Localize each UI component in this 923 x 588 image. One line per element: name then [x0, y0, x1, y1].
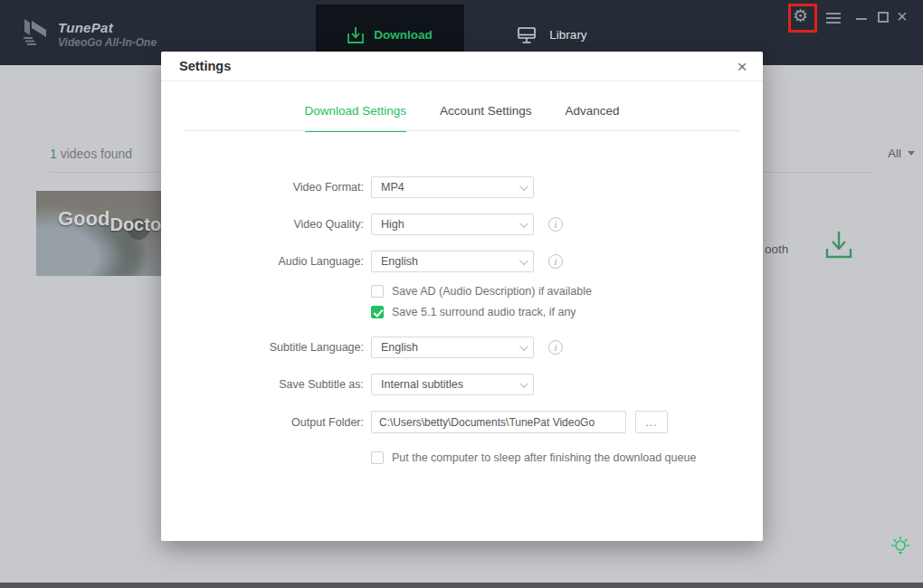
video-quality-row: Video Quality: High i: [201, 213, 563, 235]
dialog-title: Settings: [179, 59, 231, 73]
subtitle-language-row: Subtitle Language: English i: [201, 337, 563, 358]
tabs-divider: [184, 130, 740, 131]
tunepat-logo-icon: [18, 12, 52, 46]
minimize-icon[interactable]: [856, 18, 867, 20]
save-subtitle-select[interactable]: Internal subtitles: [371, 374, 534, 395]
video-quality-label: Video Quality:: [201, 218, 364, 231]
download-icon: [347, 26, 364, 44]
settings-tabs: Download Settings Account Settings Advan…: [161, 104, 763, 132]
chevron-down-icon: [519, 219, 528, 228]
brand-title: TunePat: [58, 20, 113, 35]
tab-advanced[interactable]: Advanced: [565, 104, 619, 132]
video-format-label: Video Format:: [201, 181, 364, 194]
save-subtitle-row: Save Subtitle as: Internal subtitles: [201, 374, 534, 395]
chevron-down-icon: [519, 342, 528, 351]
chevron-down-icon: [519, 379, 528, 388]
info-icon[interactable]: i: [548, 340, 563, 355]
audio-language-label: Audio Language:: [201, 255, 364, 268]
save-surround-label: Save 5.1 surround audio track, if any: [392, 306, 576, 318]
info-icon[interactable]: i: [548, 217, 563, 232]
dialog-close-icon[interactable]: ×: [731, 56, 753, 78]
dialog-header: Settings ×: [161, 52, 763, 81]
save-surround-row: Save 5.1 surround audio track, if any: [371, 306, 576, 318]
video-quality-select[interactable]: High: [371, 213, 534, 235]
video-format-select[interactable]: MP4: [371, 176, 534, 198]
save-ad-row: Save AD (Audio Description) if available: [371, 285, 592, 298]
save-ad-checkbox[interactable]: [371, 285, 384, 298]
browse-folder-button[interactable]: ...: [635, 411, 668, 433]
audio-language-row: Audio Language: English i: [201, 251, 563, 272]
window-bottom-edge: [0, 583, 923, 588]
tab-download-settings[interactable]: Download Settings: [305, 104, 407, 132]
output-folder-row: Output Folder: ...: [201, 411, 668, 433]
output-folder-input[interactable]: [371, 411, 626, 433]
library-monitor-icon: [517, 26, 537, 44]
save-ad-label: Save AD (Audio Description) if available: [392, 285, 592, 298]
output-folder-label: Output Folder:: [201, 416, 364, 429]
app-window: TunePat VideoGo All-In-One Download: [0, 0, 923, 588]
sleep-after-label: Put the computer to sleep after finishin…: [392, 451, 696, 464]
audio-language-select[interactable]: English: [371, 251, 534, 272]
video-format-row: Video Format: MP4: [201, 176, 534, 198]
tab-library-label: Library: [549, 28, 586, 42]
window-close-icon[interactable]: ×: [897, 6, 908, 27]
settings-gear-icon[interactable]: ⚙: [793, 6, 808, 26]
chevron-down-icon: [519, 182, 528, 191]
brand-subtitle: VideoGo All-In-One: [58, 36, 157, 49]
save-surround-checkbox[interactable]: [371, 306, 384, 318]
sleep-after-checkbox[interactable]: [371, 451, 384, 464]
tab-download-label: Download: [374, 28, 433, 42]
save-subtitle-label: Save Subtitle as:: [201, 378, 364, 391]
tips-lightbulb-icon[interactable]: [889, 535, 912, 558]
info-icon[interactable]: i: [548, 254, 563, 269]
subtitle-language-label: Subtitle Language:: [201, 341, 364, 354]
tab-account-settings[interactable]: Account Settings: [440, 104, 531, 132]
sleep-after-row: Put the computer to sleep after finishin…: [371, 451, 696, 464]
subtitle-language-select[interactable]: English: [371, 337, 534, 358]
chevron-down-icon: [519, 256, 528, 265]
maximize-icon[interactable]: [878, 12, 889, 23]
menu-icon[interactable]: [826, 13, 841, 24]
settings-dialog: Settings × Download Settings Account Set…: [161, 52, 763, 541]
